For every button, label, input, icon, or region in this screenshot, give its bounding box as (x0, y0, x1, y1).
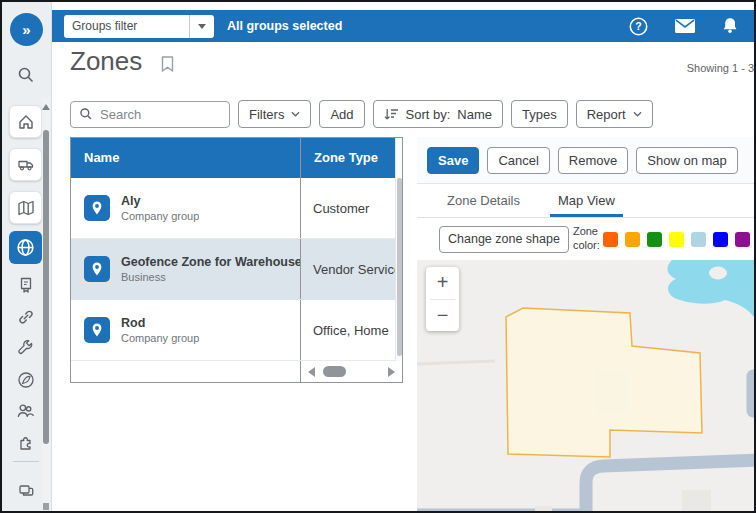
rail-scrollbar[interactable] (42, 98, 50, 511)
search-input[interactable]: Search (70, 101, 230, 128)
sidebar-item-home[interactable] (9, 105, 42, 138)
zone-name-cell: Geofence Zone for Warehouse 173 Business (71, 239, 301, 299)
sort-by-button[interactable]: Sort by: Name (373, 100, 503, 128)
expand-sidebar-button[interactable]: » (10, 13, 43, 46)
toolbar: Search Filters Add Sort by: Name Types R… (70, 100, 653, 128)
tab-map-view[interactable]: Map View (550, 193, 623, 217)
zone-subtitle: Company group (121, 210, 199, 222)
search-placeholder: Search (100, 107, 141, 122)
sidebar-item-links[interactable] (9, 300, 42, 333)
table-row-selected[interactable]: Geofence Zone for Warehouse 173 Business… (71, 239, 402, 300)
sidebar-item-zones[interactable] (9, 231, 42, 264)
zones-table: Name Zone Type Aly Company group Custome… (70, 137, 403, 383)
zone-color-swatch[interactable] (691, 232, 706, 247)
bell-icon[interactable] (722, 17, 738, 35)
search-icon[interactable] (17, 66, 35, 84)
results-count: Showing 1 - 3 (687, 62, 754, 74)
groups-filter-dropdown-button[interactable] (189, 15, 214, 38)
puzzle-icon (17, 434, 35, 452)
show-on-map-button[interactable]: Show on map (636, 147, 738, 174)
zone-type-cell: Vendor Service C (301, 239, 402, 299)
page-title: Zones (70, 46, 142, 77)
bookmark-icon[interactable] (161, 56, 174, 72)
sidebar-item-users[interactable] (9, 394, 42, 427)
types-button[interactable]: Types (511, 100, 568, 128)
groups-filter-input[interactable]: Groups filter (64, 15, 214, 38)
sidebar-item-chat[interactable] (9, 474, 42, 507)
zone-color-label: Zone color: (573, 225, 600, 253)
table-row[interactable]: Rod Company group Office, Home (71, 300, 402, 361)
sidebar-item-maintenance[interactable] (9, 332, 42, 365)
action-bar: Save Cancel Remove Show on map (417, 137, 754, 184)
page-header: Zones Showing 1 - 3 (70, 46, 754, 86)
table-row[interactable]: Aly Company group Customer (71, 178, 402, 239)
vertical-scroll-thumb[interactable] (397, 178, 402, 356)
map-view[interactable]: + − (417, 260, 754, 511)
top-bar: Groups filter All groups selected ? (52, 10, 754, 42)
sidebar-item-map[interactable] (9, 191, 42, 224)
sidebar-item-add-ins[interactable] (9, 426, 42, 459)
table-header: Name Zone Type (71, 138, 402, 178)
rail-scroll-down-arrow[interactable] (43, 503, 49, 510)
filters-button[interactable]: Filters (238, 100, 311, 128)
sidebar-item-rules[interactable] (9, 268, 42, 301)
add-label: Add (330, 107, 353, 122)
scroll-right-arrow[interactable] (388, 367, 395, 377)
mail-icon[interactable] (675, 19, 695, 33)
help-icon[interactable]: ? (629, 17, 648, 36)
map-icon (17, 199, 35, 217)
zone-color-swatch[interactable] (669, 232, 684, 247)
globe-icon (16, 238, 35, 257)
rail-scroll-thumb[interactable] (43, 130, 49, 444)
map-zoom-control: + − (426, 267, 459, 331)
report-button[interactable]: Report (576, 100, 653, 128)
chevron-down-icon (633, 111, 642, 117)
save-button[interactable]: Save (427, 147, 479, 174)
sidebar-item-sustainability[interactable] (9, 363, 42, 396)
zone-polygon[interactable] (506, 308, 702, 457)
truck-icon (17, 156, 35, 174)
certificate-icon (17, 276, 35, 294)
groups-filter-value: Groups filter (64, 15, 189, 38)
groups-status-text: All groups selected (227, 19, 342, 33)
remove-button[interactable]: Remove (558, 147, 628, 174)
cancel-button[interactable]: Cancel (487, 147, 549, 174)
zoom-out-button[interactable]: − (426, 300, 459, 332)
sort-icon (384, 107, 399, 121)
water-island (709, 267, 727, 280)
zone-color-swatch[interactable] (713, 232, 728, 247)
column-header-name[interactable]: Name (71, 138, 301, 178)
add-button[interactable]: Add (319, 100, 364, 128)
zone-name-cell: Rod Company group (71, 300, 301, 360)
zone-subtitle: Business (121, 271, 300, 283)
road (586, 460, 754, 511)
horizontal-scrollbar[interactable] (301, 361, 402, 382)
zone-color-swatch[interactable] (647, 232, 662, 247)
chevron-down-icon (198, 24, 206, 29)
tab-zone-details[interactable]: Zone Details (439, 193, 528, 217)
zone-type-cell: Office, Home (301, 300, 402, 360)
zone-name: Rod (121, 316, 199, 330)
column-header-zone-type[interactable]: Zone Type (301, 138, 402, 178)
zone-pin-icon (84, 256, 110, 282)
zone-color-swatch[interactable] (603, 232, 618, 247)
rail-divider (13, 461, 39, 462)
zone-color-swatch[interactable] (735, 232, 750, 247)
sort-value: Name (457, 107, 492, 122)
zone-color-swatch[interactable] (625, 232, 640, 247)
change-zone-shape-button[interactable]: Change zone shape (439, 226, 569, 253)
sidebar-item-vehicles[interactable] (9, 148, 42, 181)
zone-shape-row: Change zone shape Zone color: (417, 218, 754, 260)
vertical-scrollbar[interactable] (395, 138, 402, 361)
report-label: Report (587, 107, 626, 122)
users-icon (16, 401, 35, 420)
zone-pin-icon (84, 317, 110, 343)
detail-tabs: Zone Details Map View (417, 184, 754, 218)
horizontal-scroll-thumb[interactable] (323, 366, 346, 377)
zoom-in-button[interactable]: + (426, 267, 459, 299)
link-icon (17, 308, 35, 326)
scroll-left-arrow[interactable] (308, 367, 315, 377)
home-icon (17, 113, 35, 131)
zone-name: Aly (121, 194, 199, 208)
rail-scroll-up-arrow[interactable] (42, 104, 50, 110)
